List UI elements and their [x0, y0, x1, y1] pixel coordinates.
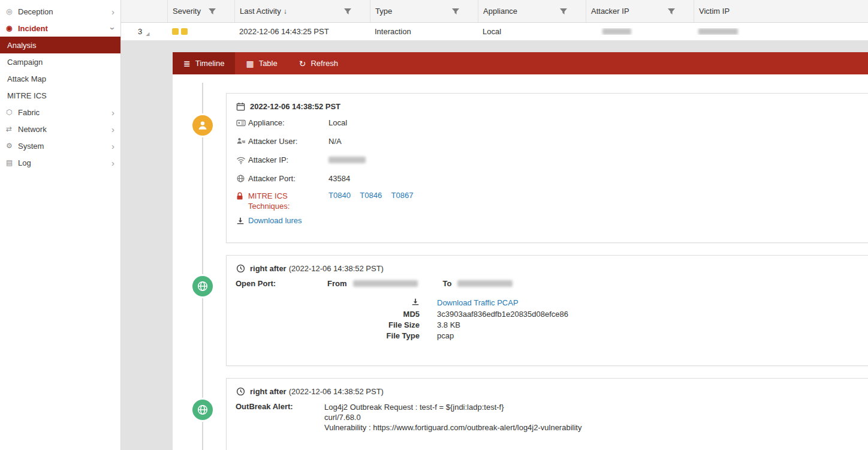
field-label: MITRE ICS Techniques:	[248, 191, 328, 211]
table-row[interactable]: 3 ◢ 2022-12-06 14:43:25 PST Interaction …	[121, 23, 868, 41]
sidebar-item-log[interactable]: ▤ Log ›	[0, 154, 120, 171]
event-timestamp: 2022-12-06 14:38:52 PST	[250, 102, 340, 111]
chevron-right-icon: ›	[111, 158, 114, 167]
field-row: MITRE ICS Techniques: T0840 T0846 T0867	[227, 188, 868, 211]
sidebar-item-fabric[interactable]: ⬡ Fabric ›	[0, 104, 120, 121]
download-icon	[227, 298, 420, 308]
field-label: Open Port:	[236, 279, 327, 288]
event-timestamp: (2022-12-06 14:38:52 PST)	[289, 264, 384, 273]
event-relative-time: right after	[250, 264, 287, 273]
tab-table[interactable]: ▦ Table	[235, 52, 288, 74]
column-appliance[interactable]: Appliance	[478, 0, 586, 22]
alert-line: Log4j2 Outbreak Request : test-f = ${jnd…	[324, 402, 581, 412]
log-icon: ▤	[6, 158, 18, 167]
chevron-right-icon: ›	[111, 125, 114, 134]
column-label: Type	[375, 7, 392, 16]
sidebar-item-system[interactable]: ⚙ System ›	[0, 137, 120, 154]
column-label: Appliance	[483, 7, 517, 16]
clock-icon	[236, 387, 245, 396]
field-value: Local	[328, 118, 347, 127]
redacted-from-ip	[353, 280, 418, 287]
timeline-panel: 2022-12-06 14:38:52 PST Appliance: Local…	[173, 74, 868, 450]
field-label: Attacker Port:	[248, 174, 328, 183]
file-size-label: File Size	[227, 320, 420, 329]
network-event-icon	[191, 274, 215, 298]
field-value: 43584	[328, 174, 350, 183]
sidebar-item-label: Network	[18, 125, 111, 134]
mitre-link[interactable]: T0846	[360, 191, 382, 200]
timeline-axis	[202, 83, 203, 450]
column-label: Last Activity	[240, 7, 281, 16]
download-pcap-link[interactable]: Download Traffic PCAP	[437, 298, 519, 307]
refresh-button[interactable]: ↻ Refresh	[288, 52, 349, 74]
last-activity-cell: 2022-12-06 14:43:25 PST	[234, 27, 370, 36]
mitre-link[interactable]: T0867	[391, 191, 414, 200]
chevron-right-icon: ›	[111, 142, 114, 151]
field-row: Attacker Port: 43584	[227, 169, 868, 188]
severity-badge	[172, 28, 179, 35]
chevron-right-icon: ›	[111, 108, 114, 117]
severity-cell	[167, 28, 234, 35]
calendar-icon	[236, 102, 245, 111]
timeline-event-card: right after(2022-12-06 14:38:52 PST) Ope…	[226, 255, 868, 366]
column-severity[interactable]: Severity	[167, 0, 234, 22]
sidebar: ◎ Deception › ◉ Incident › Analysis Camp…	[0, 0, 121, 450]
alert-line: curl/7.68.0	[324, 412, 581, 422]
tab-timeline[interactable]: ≣ Timeline	[173, 52, 235, 74]
sidebar-item-label: Deception	[18, 7, 111, 16]
lock-icon	[236, 191, 248, 200]
row-number: 3	[138, 27, 142, 36]
sidebar-item-deception[interactable]: ◎ Deception ›	[0, 3, 120, 20]
event-header: right after(2022-12-06 14:38:52 PST)	[227, 256, 868, 275]
sidebar-item-incident[interactable]: ◉ Incident ›	[0, 20, 120, 37]
filter-icon[interactable]	[208, 8, 216, 15]
detail-toolbar: ≣ Timeline ▦ Table ↻ Refresh	[173, 52, 868, 74]
download-lures-link[interactable]: Download lures	[248, 216, 302, 225]
attacker-user-icon	[236, 137, 248, 145]
gear-icon: ⚙	[6, 142, 18, 150]
incident-icon: ◉	[6, 24, 18, 32]
filter-icon[interactable]	[451, 8, 460, 15]
sidebar-item-campaign[interactable]: Campaign	[0, 53, 120, 70]
attacker-event-icon	[191, 113, 215, 137]
timeline-list-icon: ≣	[183, 59, 191, 68]
outbreak-event-icon	[191, 398, 215, 422]
sidebar-item-analysis[interactable]: Analysis	[0, 37, 120, 53]
field-label: Attacker IP:	[248, 155, 328, 164]
deception-icon: ◎	[6, 7, 18, 16]
column-last-activity[interactable]: Last Activity ↓	[234, 0, 370, 22]
sidebar-item-network[interactable]: ⇄ Network ›	[0, 121, 120, 137]
table-grid-icon: ▦	[246, 59, 254, 68]
column-type[interactable]: Type	[370, 0, 478, 22]
globe-icon	[196, 280, 209, 293]
event-header: right after(2022-12-06 14:38:52 PST)	[227, 379, 868, 398]
to-label: To	[443, 279, 452, 288]
column-attacker-ip[interactable]: Attacker IP	[586, 0, 694, 22]
refresh-icon: ↻	[299, 59, 306, 68]
filter-icon[interactable]	[343, 8, 352, 15]
field-row: Appliance: Local	[227, 113, 868, 132]
sidebar-item-mitre-ics[interactable]: MITRE ICS	[0, 87, 120, 104]
globe-icon	[196, 403, 209, 416]
open-port-row: Open Port: From To	[227, 275, 868, 288]
wifi-icon	[236, 156, 248, 164]
column-expander	[121, 0, 167, 22]
timeline-event-card: 2022-12-06 14:38:52 PST Appliance: Local…	[226, 93, 868, 243]
column-victim-ip[interactable]: Victim IP	[694, 0, 868, 22]
filter-icon[interactable]	[559, 8, 568, 15]
globe-icon	[236, 174, 248, 183]
mitre-link[interactable]: T0840	[328, 191, 351, 200]
field-label: Attacker User:	[248, 137, 328, 146]
mitre-technique-links: T0840 T0846 T0867	[328, 191, 420, 200]
column-label: Victim IP	[699, 7, 730, 16]
outbreak-alert-details: Log4j2 Outbreak Request : test-f = ${jnd…	[324, 402, 581, 433]
file-size-value: 3.8 KB	[437, 320, 868, 329]
row-expand-icon[interactable]: ◢	[146, 31, 149, 37]
sort-desc-icon[interactable]: ↓	[284, 7, 287, 16]
file-type-value: pcap	[437, 331, 868, 340]
severity-badge	[181, 28, 188, 35]
filter-icon[interactable]	[667, 8, 676, 15]
field-value: N/A	[328, 137, 342, 146]
sidebar-item-attack-map[interactable]: Attack Map	[0, 70, 120, 87]
field-row: Attacker IP:	[227, 151, 868, 169]
